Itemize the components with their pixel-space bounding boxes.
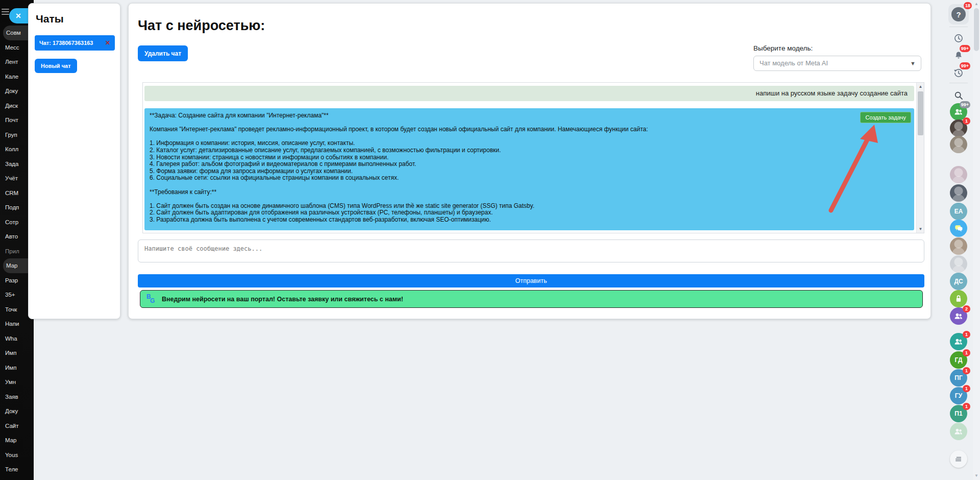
rail-divider (949, 83, 968, 83)
chat-list-item[interactable]: Чат: 1738067363163 ✕ (35, 35, 115, 51)
ai-message-line (150, 196, 909, 203)
delete-chat-button[interactable]: Удалить чат (138, 45, 188, 61)
history-icon[interactable]: 99+ (948, 64, 969, 82)
notification-badge: 1 (963, 403, 970, 410)
chat-close-icon[interactable]: ✕ (105, 39, 110, 46)
ai-message-line (150, 119, 909, 127)
help-icon[interactable]: ?18 (948, 4, 969, 25)
user-message-bubble: напиши на русском языке задачу создание … (144, 86, 914, 101)
scroll-down-icon[interactable]: ▼ (917, 225, 924, 233)
sidebar-item[interactable]: Умн (0, 375, 34, 390)
page-scrollbar[interactable]: ▲ ▼ (973, 0, 980, 480)
close-icon[interactable]: ✕ (15, 12, 21, 20)
user-avatar-initials[interactable]: ПГ1 (948, 369, 969, 387)
notification-badge: 1 (963, 367, 970, 374)
chats-panel-title: Чаты (36, 13, 120, 25)
user-avatar-initials[interactable]: ГД1 (948, 351, 969, 369)
messages-scrollbar[interactable]: ▲ ▼ (916, 83, 924, 233)
sidebar-item[interactable]: Имп (0, 346, 34, 361)
notification-badge: 99+ (960, 45, 970, 52)
sidebar-item[interactable]: Теле (0, 462, 34, 477)
notification-badge: 18 (964, 2, 972, 9)
chat-item-label[interactable]: Чат: 1738067363163 (39, 40, 93, 46)
scroll-down-icon[interactable]: ▼ (973, 472, 980, 479)
user-avatar[interactable] (948, 166, 969, 183)
notification-badge: 1 (963, 349, 970, 356)
scroll-up-icon[interactable]: ▲ (917, 83, 924, 90)
ai-message-line: 3. Разработка должна быть выполнена с уч… (150, 217, 909, 224)
more-menu-icon[interactable] (948, 450, 969, 468)
bell-icon[interactable]: 99+ (948, 47, 969, 64)
ai-message-line: 4. Галерея работ: альбом фотографий и ви… (150, 161, 909, 168)
hamburger-menu-icon[interactable] (2, 9, 9, 15)
notification-badge: 1 (963, 385, 970, 392)
ai-message-line (150, 133, 909, 140)
ai-message-line: 1. Информация о компании: история, мисси… (150, 140, 909, 147)
timer-icon[interactable] (948, 30, 969, 47)
notification-badge: 2 (963, 305, 970, 313)
chevron-down-icon: ▼ (910, 56, 916, 70)
ai-message-line (150, 182, 909, 189)
rail-divider (949, 27, 968, 27)
chat-bubbles-icon[interactable] (948, 220, 969, 237)
ai-message-line: 2. Каталог услуг: детализированные описа… (150, 147, 909, 154)
ai-message-bubble: **Задача: Создание сайта для компании "И… (144, 108, 914, 230)
chat-main-panel: Чат с нейросетью: Удалить чат Выберите м… (128, 3, 931, 319)
ai-message-line: **Требования к сайту:** (150, 189, 909, 196)
sidebar-item[interactable]: Wha (0, 331, 34, 346)
user-avatar-initials[interactable]: ЕА (948, 203, 969, 220)
sidebar-item[interactable]: Мар (0, 433, 34, 448)
promo-banner-text: Внедрим нейросети на ваш портал! Оставьт… (162, 296, 403, 303)
scrollbar-thumb[interactable] (974, 8, 979, 51)
sidebar-item[interactable]: Yous (0, 448, 34, 463)
ai-message-line: 6. Социальные сети: ссылки на официальны… (150, 175, 909, 182)
ai-message-line: 2. Сайт должен быть адаптирован для отоб… (150, 209, 909, 217)
ai-message-line: Компания "Интернет-реклама" проведет рек… (150, 126, 909, 133)
user-avatar[interactable]: 1 (948, 119, 969, 137)
ai-message-line: **Задача: Создание сайта для компании "И… (150, 112, 909, 119)
sidebar-item[interactable]: Имп (0, 361, 34, 375)
new-chat-button[interactable]: Новый чат (35, 59, 77, 73)
ai-message-text: **Задача: Создание сайта для компании "И… (150, 112, 909, 224)
ai-message-line: 3. Новости компании: страница с новостям… (150, 154, 909, 161)
scrollbar-thumb[interactable] (918, 91, 923, 135)
group-avatar[interactable]: 1 (948, 333, 969, 350)
model-select-label: Выберите модель: (753, 44, 813, 52)
create-task-button[interactable]: Создать задачу (860, 112, 911, 123)
chats-panel: Чаты Чат: 1738067363163 ✕ Новый чат (28, 3, 120, 319)
notification-badge: 99+ (960, 101, 970, 108)
user-avatar-initials[interactable]: П11 (948, 405, 969, 422)
sidebar-item[interactable]: Сайт (0, 419, 34, 434)
lock-icon[interactable] (948, 290, 969, 307)
notification-badge: 1 (963, 331, 970, 338)
notification-badge: 99+ (960, 62, 970, 69)
sidebar-item[interactable]: Заяв (0, 390, 34, 404)
notification-badge: 1 (963, 117, 970, 125)
model-select-value: Чат модель от Meta AI (760, 59, 828, 67)
group-avatar[interactable] (948, 423, 969, 440)
user-avatar[interactable] (948, 184, 969, 202)
right-toolbar-rail: ?1899+99+99+1ЕАДС21ГД1ПГ1ГУ1П11 (948, 0, 971, 480)
user-avatar[interactable] (948, 237, 969, 255)
ai-message-line: 1. Сайт должен быть создан на основе дин… (150, 203, 909, 210)
sidebar-item[interactable]: Напи (0, 317, 34, 331)
bg-logo-icon: B G (146, 294, 157, 305)
send-button[interactable]: Отправить (138, 274, 924, 287)
model-select[interactable]: Чат модель от Meta AI ▼ (753, 56, 921, 71)
message-input[interactable] (138, 239, 924, 262)
user-avatar-initials[interactable]: ДС (948, 273, 969, 290)
user-avatar-initials[interactable]: ГУ1 (948, 387, 969, 404)
user-avatar[interactable] (948, 136, 969, 153)
sidebar-item[interactable]: Доку (0, 404, 34, 419)
scroll-up-icon[interactable]: ▲ (973, 1, 980, 8)
page-title: Чат с нейросетью: (138, 18, 265, 34)
messages-area: напиши на русском языке задачу создание … (142, 82, 924, 233)
promo-banner[interactable]: B G Внедрим нейросети на ваш портал! Ост… (140, 290, 923, 308)
ai-message-line: 5. Форма заявки: форма для запроса инфор… (150, 168, 909, 175)
group-avatar[interactable]: 2 (948, 307, 969, 325)
user-avatar[interactable] (948, 255, 969, 273)
